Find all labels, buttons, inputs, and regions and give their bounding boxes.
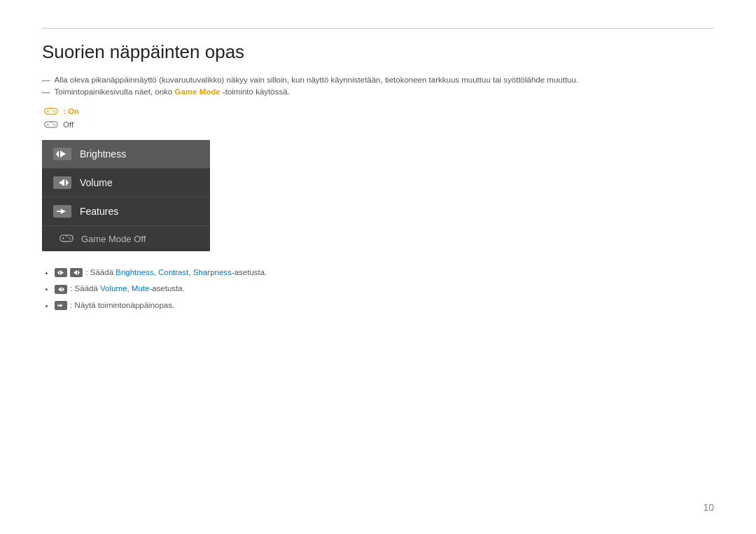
features-label: Features <box>80 206 118 217</box>
desc-item-1: Alla oleva pikanäppäinnäyttö (kuvaruutuv… <box>42 76 714 84</box>
bullet-item-3: : Näytä toimintonäppäinopas. <box>55 300 714 311</box>
icon-status-list: : On Off <box>42 106 714 130</box>
menu-item-volume[interactable]: Volume <box>42 169 210 197</box>
gamepad-off-icon <box>43 119 59 130</box>
menu-item-features[interactable]: Features <box>42 197 210 226</box>
status-on-label: : On <box>63 107 79 115</box>
status-off-label: Off <box>63 120 74 129</box>
desc-text-1: Alla oleva pikanäppäinnäyttö (kuvaruutuv… <box>55 76 579 84</box>
gamemode-label: Game Mode Off <box>81 234 146 244</box>
svg-marker-33 <box>78 270 80 275</box>
highlight-contrast: Contrast <box>158 268 188 276</box>
highlight-brightness: Brightness <box>115 268 153 276</box>
bullet-icon-2 <box>55 284 70 293</box>
svg-marker-34 <box>58 287 62 292</box>
desc-text-2: Toimintopainikesivulta näet, onko Game M… <box>55 87 290 96</box>
svg-point-4 <box>55 111 56 113</box>
bullet-list: : Säädä Brightness, Contrast, Sharpness-… <box>42 267 714 311</box>
game-mode-link: Game Mode <box>174 87 220 96</box>
svg-rect-37 <box>57 304 62 306</box>
svg-marker-31 <box>57 270 59 275</box>
page-number: 10 <box>703 502 714 513</box>
bullet-icon-3 <box>55 301 70 309</box>
page-title: Suorien näppäinten opas <box>42 41 714 63</box>
highlight-mute: Mute <box>132 284 150 293</box>
svg-point-26 <box>69 237 70 239</box>
highlight-volume: Volume <box>100 284 127 293</box>
icon-status-off: Off <box>43 119 714 130</box>
svg-marker-35 <box>62 287 64 292</box>
brightness-label: Brightness <box>80 148 126 160</box>
volume-label: Volume <box>80 177 113 188</box>
bullet-item-2: : Säädä Volume, Mute-asetusta. <box>55 283 714 295</box>
icon-status-on: : On <box>43 106 714 117</box>
menu-item-brightness[interactable]: Brightness <box>42 140 210 169</box>
desc-item-2: Toimintopainikesivulta näet, onko Game M… <box>42 87 714 96</box>
menu-item-gamemode: Game Mode Off <box>42 226 210 251</box>
page-container: Suorien näppäinten opas Alla oleva pikan… <box>0 0 756 534</box>
gamepad-menu-icon <box>59 233 74 244</box>
svg-marker-30 <box>60 270 64 275</box>
bullet-item-1: : Säädä Brightness, Contrast, Sharpness-… <box>55 267 714 279</box>
highlight-sharpness: Sharpness <box>193 268 232 276</box>
features-arrow-icon <box>53 204 71 218</box>
svg-rect-22 <box>57 211 62 212</box>
bullet-icon-1a <box>55 268 85 276</box>
svg-point-10 <box>53 123 55 125</box>
svg-marker-32 <box>74 270 77 275</box>
brightness-arrow-icon <box>53 147 71 161</box>
svg-point-3 <box>53 110 55 111</box>
gamepad-on-icon <box>43 106 59 117</box>
top-border <box>42 28 714 29</box>
description-list: Alla oleva pikanäppäinnäyttö (kuvaruutuv… <box>42 76 714 96</box>
quick-menu-box: Brightness Volume Features <box>42 140 210 251</box>
svg-point-27 <box>70 239 71 240</box>
volume-arrow-icon <box>53 176 71 190</box>
svg-point-11 <box>55 125 56 126</box>
